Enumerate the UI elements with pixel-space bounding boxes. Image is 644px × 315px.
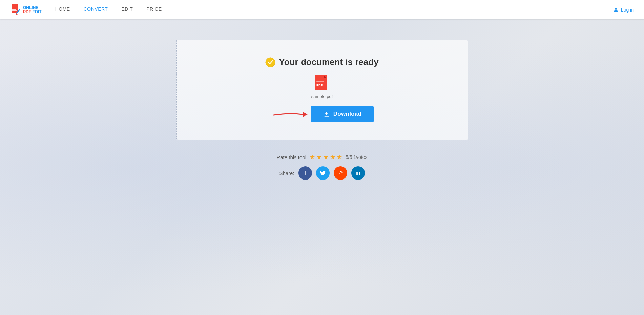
svg-point-19: [340, 171, 341, 172]
stars[interactable]: ★ ★ ★ ★ ★: [310, 153, 342, 161]
svg-text:PDF: PDF: [316, 84, 323, 87]
download-button[interactable]: Download: [311, 106, 374, 122]
logo-icon: [10, 3, 21, 17]
svg-marker-5: [16, 13, 18, 15]
twitter-icon: [320, 170, 326, 176]
nav-edit[interactable]: EDIT: [121, 6, 133, 13]
nav-convert[interactable]: CONVERT: [84, 6, 108, 13]
doc-title-row: Your document is ready: [265, 57, 378, 67]
red-arrow: [270, 106, 308, 123]
logo-text: ONLINE PDF EDIT: [23, 6, 42, 14]
svg-point-18: [341, 172, 342, 173]
download-row: Download: [270, 106, 374, 123]
rate-label: Rate this tool: [276, 154, 306, 160]
user-icon: [613, 7, 619, 13]
svg-point-6: [615, 8, 617, 10]
document-card: Your document is ready PDF sample.pdf: [176, 40, 468, 140]
svg-point-17: [341, 173, 341, 174]
share-label: Share:: [279, 170, 294, 176]
rate-row: Rate this tool ★ ★ ★ ★ ★ 5/5 1votes: [276, 153, 367, 161]
share-linkedin[interactable]: in: [351, 166, 365, 180]
star-3[interactable]: ★: [323, 153, 329, 161]
svg-rect-14: [324, 116, 329, 117]
nav-links: HOME CONVERT EDIT PRICE: [55, 6, 613, 13]
star-2[interactable]: ★: [316, 153, 322, 161]
login-button[interactable]: Log in: [613, 7, 634, 13]
download-label: Download: [333, 111, 362, 118]
nav-home[interactable]: HOME: [55, 6, 70, 13]
pdf-file-wrap: PDF sample.pdf: [311, 74, 333, 99]
rating-section: Rate this tool ★ ★ ★ ★ ★ 5/5 1votes Shar…: [276, 153, 367, 180]
share-facebook[interactable]: f: [298, 166, 312, 180]
logo-pdf-edit: PDF EDIT: [23, 10, 42, 14]
login-label: Log in: [621, 7, 634, 13]
svg-rect-1: [12, 8, 18, 8]
main-content: Your document is ready PDF sample.pdf: [0, 19, 644, 315]
logo-online: ONLINE: [23, 6, 42, 10]
download-icon: [323, 111, 330, 118]
arrow-container: [270, 106, 311, 123]
star-4[interactable]: ★: [330, 153, 335, 161]
nav-price[interactable]: PRICE: [146, 6, 162, 13]
star-5[interactable]: ★: [337, 153, 342, 161]
navbar: ONLINE PDF EDIT HOME CONVERT EDIT PRICE …: [0, 0, 644, 19]
logo[interactable]: ONLINE PDF EDIT: [10, 3, 42, 17]
star-1[interactable]: ★: [310, 153, 315, 161]
pdf-filename: sample.pdf: [311, 94, 333, 99]
doc-title: Your document is ready: [279, 57, 378, 67]
svg-rect-11: [316, 81, 324, 82]
share-reddit[interactable]: [334, 166, 347, 180]
svg-rect-12: [316, 83, 323, 83]
svg-marker-13: [303, 112, 308, 117]
check-icon: [265, 57, 275, 67]
pdf-file-icon: PDF: [314, 74, 330, 92]
svg-point-16: [339, 173, 340, 174]
svg-rect-3: [12, 10, 17, 11]
share-row: Share: f in: [279, 166, 365, 180]
share-twitter[interactable]: [316, 166, 330, 180]
reddit-icon: [337, 170, 344, 176]
score-text: 5/5 1votes: [346, 154, 368, 160]
svg-point-7: [266, 57, 275, 67]
svg-rect-2: [12, 9, 16, 10]
